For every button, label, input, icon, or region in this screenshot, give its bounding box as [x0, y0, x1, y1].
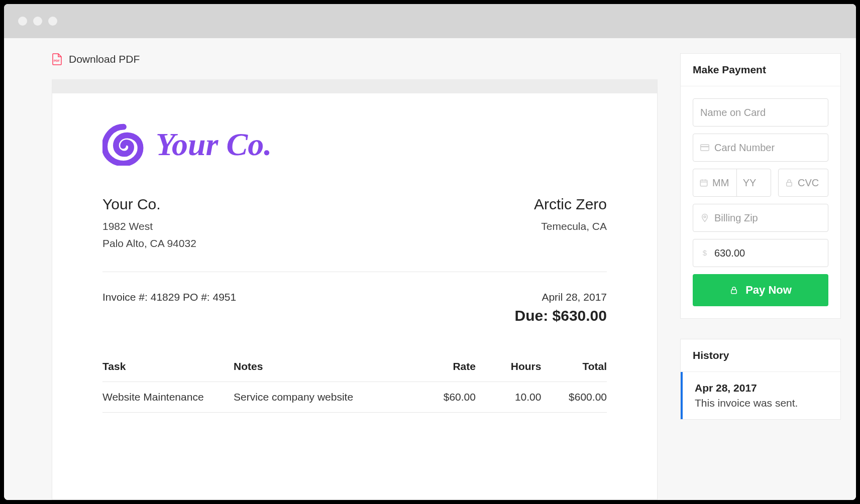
- history-item-text: This invoice was sent.: [695, 397, 828, 409]
- download-pdf-label: Download PDF: [69, 53, 140, 65]
- table-header-row: Task Notes Rate Hours Total: [102, 354, 607, 382]
- col-header-hours: Hours: [476, 354, 542, 382]
- history-item: Apr 28, 2017 This invoice was sent.: [681, 372, 840, 419]
- to-address: Arctic Zero Temecula, CA: [534, 196, 607, 251]
- from-address: Your Co. 1982 West Palo Alto, CA 94032: [102, 196, 196, 251]
- dollar-icon: $: [700, 248, 709, 258]
- pay-now-label: Pay Now: [745, 284, 792, 297]
- history-panel-title: History: [681, 339, 840, 372]
- main-column: PDF Download PDF Your Co. Your Co. 1982 …: [52, 53, 658, 500]
- invoice-card: Your Co. Your Co. 1982 West Palo Alto, C…: [52, 79, 658, 500]
- window-control-dot[interactable]: [33, 17, 42, 26]
- name-on-card-field[interactable]: [693, 98, 828, 127]
- expiry-yy-input[interactable]: [743, 177, 765, 189]
- billing-zip-input[interactable]: [714, 212, 821, 224]
- col-header-notes: Notes: [234, 354, 405, 382]
- payment-panel-title: Make Payment: [681, 54, 840, 86]
- cell-rate: $60.00: [405, 382, 476, 413]
- side-column: Make Payment: [680, 53, 841, 500]
- col-header-rate: Rate: [405, 354, 476, 382]
- from-line2: Palo Alto, CA 94032: [102, 235, 196, 252]
- svg-text:$: $: [703, 248, 707, 257]
- svg-text:PDF: PDF: [54, 59, 60, 62]
- history-item-date: Apr 28, 2017: [695, 382, 828, 394]
- expiry-yy-field[interactable]: [737, 169, 771, 196]
- invoice-meta-row: Invoice #: 41829 PO #: 4951 April 28, 20…: [102, 272, 607, 354]
- pdf-icon: PDF: [52, 53, 62, 65]
- from-company-name: Your Co.: [102, 196, 196, 213]
- cell-notes: Service company website: [234, 382, 405, 413]
- logo-text: Your Co.: [156, 126, 272, 163]
- payment-panel: Make Payment: [680, 53, 841, 319]
- addresses: Your Co. 1982 West Palo Alto, CA 94032 A…: [102, 196, 607, 251]
- window-control-dot[interactable]: [18, 17, 27, 26]
- lock-icon: [785, 178, 794, 187]
- logo-swirl-icon: [102, 123, 145, 166]
- expiry-mm-field[interactable]: [693, 169, 737, 196]
- svg-rect-2: [701, 146, 709, 147]
- calendar-icon: [699, 178, 708, 187]
- col-header-total: Total: [541, 354, 607, 382]
- svg-point-8: [704, 216, 706, 218]
- amount-input[interactable]: [714, 247, 821, 259]
- billing-zip-field[interactable]: [693, 204, 828, 232]
- amount-field[interactable]: $: [693, 239, 828, 267]
- pin-icon: [700, 213, 709, 222]
- svg-rect-10: [731, 290, 737, 294]
- svg-rect-3: [700, 180, 707, 186]
- due-amount: Due: $630.00: [515, 307, 607, 324]
- cvc-field[interactable]: [778, 169, 828, 197]
- expiry-mm-input[interactable]: [712, 177, 730, 189]
- col-header-task: Task: [102, 354, 234, 382]
- pay-now-button[interactable]: Pay Now: [693, 274, 828, 306]
- to-company-name: Arctic Zero: [534, 196, 607, 213]
- line-items-table: Task Notes Rate Hours Total Website Main…: [102, 354, 607, 413]
- card-icon: [700, 143, 709, 152]
- expiry-cvc-row: [693, 169, 828, 197]
- from-line1: 1982 West: [102, 218, 196, 235]
- logo-row: Your Co.: [102, 123, 607, 166]
- cell-hours: 10.00: [476, 382, 542, 413]
- expiry-group: [693, 169, 771, 197]
- svg-rect-7: [787, 182, 792, 186]
- table-row: Website Maintenance Service company webs…: [102, 382, 607, 413]
- card-number-input[interactable]: [714, 142, 821, 154]
- name-on-card-input[interactable]: [700, 107, 821, 118]
- invoice-meta-right: April 28, 2017 Due: $630.00: [515, 291, 607, 324]
- invoice-numbers: Invoice #: 41829 PO #: 4951: [102, 291, 236, 303]
- titlebar: [4, 4, 856, 38]
- window-control-dot[interactable]: [48, 17, 57, 26]
- download-pdf-link[interactable]: PDF Download PDF: [52, 53, 658, 65]
- cell-task: Website Maintenance: [102, 382, 234, 413]
- invoice-date: April 28, 2017: [515, 291, 607, 303]
- svg-rect-1: [701, 145, 709, 151]
- card-number-field[interactable]: [693, 134, 828, 162]
- app-window: PDF Download PDF Your Co. Your Co. 1982 …: [4, 4, 856, 500]
- cell-total: $600.00: [541, 382, 607, 413]
- content-area: PDF Download PDF Your Co. Your Co. 1982 …: [4, 38, 856, 500]
- lock-icon: [729, 285, 738, 295]
- payment-form: $ Pay Now: [681, 86, 840, 318]
- history-panel: History Apr 28, 2017 This invoice was se…: [680, 339, 841, 420]
- to-line1: Temecula, CA: [534, 218, 607, 235]
- cvc-input[interactable]: [798, 177, 822, 189]
